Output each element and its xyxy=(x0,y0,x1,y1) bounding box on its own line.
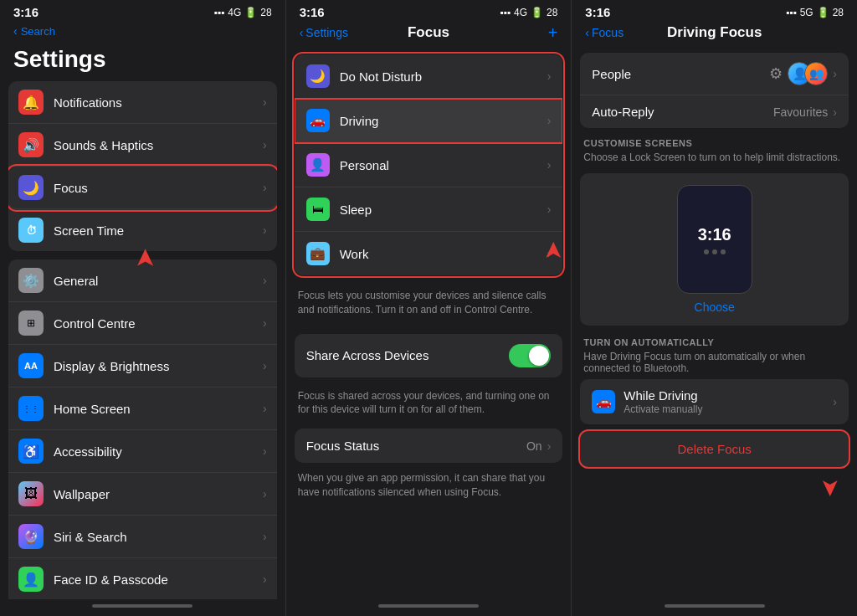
people-row[interactable]: People ⚙ 👤 👥 › xyxy=(580,53,849,95)
focus-items-group: 🌙 Do Not Disturb › 🚗 Driving › 👤 Persona… xyxy=(295,54,563,275)
focus-item-work[interactable]: 💼 Work › xyxy=(295,232,563,275)
nav-add-p2[interactable]: + xyxy=(548,23,558,43)
red-arrow-delete: ➤ xyxy=(817,478,844,497)
focus-icon: 🌙 xyxy=(18,175,44,200)
do-not-disturb-chevron: › xyxy=(547,69,552,83)
display-label: Display & Brightness xyxy=(54,359,263,373)
battery-icon-p3: 🔋 xyxy=(817,7,829,18)
notifications-chevron: › xyxy=(263,95,267,109)
screen-time-icon: ⏱ xyxy=(18,218,44,243)
driving-focus-panel: 3:16 ▪▪▪ 5G 🔋 28 ‹ Focus Driving Focus P… xyxy=(572,0,857,616)
settings-item-face-id[interactable]: 👤 Face ID & Passcode › xyxy=(8,558,277,599)
driving-label: Driving xyxy=(340,114,547,128)
network-type-p2: 4G xyxy=(514,7,527,18)
people-avatars: 👤 👥 xyxy=(788,62,828,85)
status-bar-p1: 3:16 ▪▪▪ 4G 🔋 28 xyxy=(0,0,285,23)
panel3-content: People ⚙ 👤 👥 › Auto-Reply Favourites › C… xyxy=(572,46,857,599)
settings-item-wallpaper[interactable]: 🖼 Wallpaper › xyxy=(8,473,277,516)
settings-title: Settings xyxy=(0,39,285,81)
sounds-label: Sounds & Haptics xyxy=(54,138,263,152)
accessibility-chevron: › xyxy=(263,444,267,458)
home-bar-p3 xyxy=(665,604,765,608)
battery-level-p2: 28 xyxy=(547,7,557,18)
display-icon: AA xyxy=(18,353,44,378)
sleep-label: Sleep xyxy=(340,203,547,217)
while-driving-label: While Driving xyxy=(624,388,833,403)
auto-reply-row[interactable]: Auto-Reply Favourites › xyxy=(580,95,849,128)
signal-icon-p1: ▪▪▪ xyxy=(214,7,225,18)
back-label-p2: Settings xyxy=(305,26,348,39)
focus-item-personal[interactable]: 👤 Personal › xyxy=(295,143,563,187)
back-icon-p1: ‹ xyxy=(13,24,18,38)
turn-on-auto-desc: Have Driving Focus turn on automatically… xyxy=(572,351,857,379)
settings-item-accessibility[interactable]: ♿ Accessibility › xyxy=(8,430,277,473)
driving-chevron: › xyxy=(547,114,552,127)
signal-icon-p2: ▪▪▪ xyxy=(500,7,511,18)
dot-3 xyxy=(721,249,726,254)
settings-item-control-centre[interactable]: ⊞ Control Centre › xyxy=(8,302,277,345)
do-not-disturb-label: Do Not Disturb xyxy=(340,69,547,84)
lock-screen-preview: 3:16 Choose xyxy=(580,173,849,326)
customise-screens-header: CUSTOMISE SCREENS xyxy=(572,131,857,151)
delete-focus-button[interactable]: Delete Focus xyxy=(580,431,849,467)
back-label-p3: Focus xyxy=(592,26,624,39)
sleep-icon: 🛏 xyxy=(306,198,330,221)
settings-item-sounds[interactable]: 🔊 Sounds & Haptics › xyxy=(8,124,277,167)
status-icons-p1: ▪▪▪ 4G 🔋 28 xyxy=(214,7,272,18)
share-across-toggle[interactable] xyxy=(509,344,551,367)
lock-screen-dots xyxy=(704,249,726,254)
home-indicator-p3 xyxy=(572,599,857,616)
focus-status-row[interactable]: Focus Status On › xyxy=(295,429,563,463)
accessibility-label: Accessibility xyxy=(54,444,263,459)
battery-level-p1: 28 xyxy=(260,7,271,18)
personal-label: Personal xyxy=(340,158,547,172)
status-time-p1: 3:16 xyxy=(13,5,38,19)
share-across-desc: Focus is shared across your devices, and… xyxy=(286,384,572,426)
people-gear-icon: ⚙ xyxy=(769,64,783,83)
lock-screen-phone: 3:16 xyxy=(677,185,752,294)
siri-icon: 🔮 xyxy=(18,524,44,549)
focus-status-chevron: › xyxy=(547,439,552,453)
status-time-p3: 3:16 xyxy=(585,5,610,19)
face-id-label: Face ID & Passcode xyxy=(54,572,263,587)
share-across-label: Share Across Devices xyxy=(306,348,510,362)
lock-choose-button[interactable]: Choose xyxy=(695,300,735,314)
home-indicator-p2 xyxy=(286,599,572,616)
people-chevron: › xyxy=(833,67,837,80)
focus-description: Focus lets you customise your devices an… xyxy=(286,279,572,327)
home-screen-icon: ⋮⋮ xyxy=(18,396,44,421)
personal-icon: 👤 xyxy=(306,153,330,177)
settings-item-home-screen[interactable]: ⋮⋮ Home Screen › xyxy=(8,388,277,430)
nav-back-p2[interactable]: ‹ Settings xyxy=(300,26,348,39)
settings-item-screen-time[interactable]: ⏱ Screen Time › xyxy=(8,209,277,251)
settings-group-1: 🔔 Notifications › 🔊 Sounds & Haptics › 🌙… xyxy=(8,81,277,251)
nav-hint-p1: ‹ Search xyxy=(0,23,285,39)
settings-item-siri[interactable]: 🔮 Siri & Search › xyxy=(8,516,277,558)
face-id-chevron: › xyxy=(263,572,267,586)
settings-item-display[interactable]: AA Display & Brightness › xyxy=(8,345,277,388)
focus-item-sleep[interactable]: 🛏 Sleep › xyxy=(295,187,563,232)
settings-item-notifications[interactable]: 🔔 Notifications › xyxy=(8,81,277,124)
accessibility-icon: ♿ xyxy=(18,439,44,464)
settings-item-general[interactable]: ⚙️ General › xyxy=(8,259,277,302)
screen-time-chevron: › xyxy=(263,223,267,237)
wallpaper-chevron: › xyxy=(263,487,267,501)
back-label-p1: Search xyxy=(21,25,55,38)
work-label: Work xyxy=(340,247,547,261)
dot-1 xyxy=(704,249,709,254)
home-indicator-p1 xyxy=(0,599,285,616)
focus-label: Focus xyxy=(54,181,263,195)
while-driving-row[interactable]: 🚗 While Driving Activate manually › xyxy=(580,379,849,424)
nav-bar-p2: ‹ Settings Focus + xyxy=(286,23,572,46)
focus-item-do-not-disturb[interactable]: 🌙 Do Not Disturb › xyxy=(295,54,563,99)
settings-item-focus[interactable]: 🌙 Focus › xyxy=(8,167,277,209)
back-chevron-p2: ‹ xyxy=(300,26,304,39)
wallpaper-label: Wallpaper xyxy=(54,487,263,501)
focus-chevron: › xyxy=(263,181,267,194)
nav-back-p3[interactable]: ‹ Focus xyxy=(585,26,624,39)
status-icons-p2: ▪▪▪ 4G 🔋 28 xyxy=(500,7,557,18)
focus-item-driving[interactable]: 🚗 Driving › xyxy=(295,99,563,143)
settings-panel: 3:16 ▪▪▪ 4G 🔋 28 ‹ Search Settings 🔔 Not… xyxy=(0,0,286,616)
screen-time-label: Screen Time xyxy=(54,223,263,238)
red-arrow-delete-container: ➤ xyxy=(572,474,857,501)
